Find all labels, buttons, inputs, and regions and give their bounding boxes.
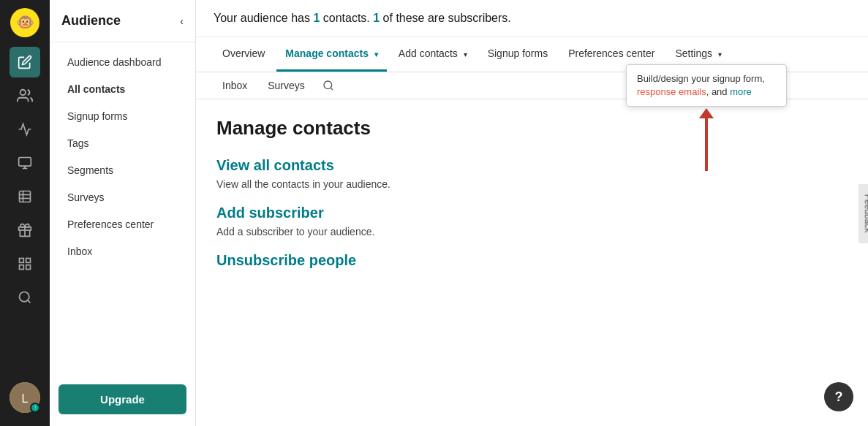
tooltip-text-before: Build/design your signup form, <box>637 73 765 84</box>
audience-header: Your audience has 1 contacts. 1 of these… <box>196 0 868 37</box>
svg-rect-6 <box>20 191 31 202</box>
sub-nav-surveys[interactable]: Surveys <box>259 72 314 99</box>
sub-nav-search-button[interactable] <box>317 74 340 97</box>
svg-rect-14 <box>26 265 31 270</box>
svg-rect-15 <box>20 265 24 270</box>
tooltip-arrow-head <box>699 108 714 118</box>
left-nav-collapse-chevron[interactable]: ‹ <box>180 15 184 27</box>
sidebar-item-signup-forms[interactable]: Signup forms <box>56 103 189 129</box>
audience-contacts-count: 1 <box>313 12 320 24</box>
sidebar-item-preferences-center[interactable]: Preferences center <box>56 211 189 237</box>
svg-line-17 <box>28 300 31 303</box>
left-nav-title: Audience <box>61 13 121 28</box>
manage-contacts-chevron: ▾ <box>374 50 378 58</box>
tooltip-text-link: more <box>730 86 752 97</box>
feedback-tab[interactable]: Feedback <box>858 183 868 243</box>
nav-icon-gift[interactable] <box>10 215 40 246</box>
help-button[interactable]: ? <box>824 382 853 411</box>
audience-suffix: of these are subscribers. <box>380 12 511 24</box>
section-desc-add-subscriber: Add a subscriber to your audience. <box>216 226 848 237</box>
tooltip-container: Build/design your signup form, response … <box>626 64 787 171</box>
svg-rect-13 <box>26 259 31 263</box>
svg-text:L: L <box>22 392 29 405</box>
nav-icon-people[interactable] <box>10 148 40 178</box>
svg-rect-12 <box>20 259 24 263</box>
svg-point-20 <box>324 81 332 89</box>
settings-chevron: ▾ <box>718 50 722 58</box>
main-content: Your audience has 1 contacts. 1 of these… <box>196 0 868 426</box>
logo-icon[interactable]: 🐵 <box>10 7 40 38</box>
left-nav-header: Audience ‹ <box>50 0 195 42</box>
audience-prefix: Your audience has <box>214 12 313 24</box>
svg-text:🐵: 🐵 <box>16 13 34 31</box>
svg-point-16 <box>20 292 29 302</box>
icon-sidebar: 🐵 <box>0 0 50 426</box>
nav-icon-search[interactable] <box>10 282 40 313</box>
tab-overview[interactable]: Overview <box>214 37 273 72</box>
section-link-unsubscribe-people[interactable]: Unsubscribe people <box>216 252 848 269</box>
audience-subscribers-count: 1 <box>373 12 380 24</box>
tab-add-contacts[interactable]: Add contacts ▾ <box>390 37 476 72</box>
left-nav-items: Audience dashboard All contacts Signup f… <box>50 42 195 376</box>
svg-point-2 <box>20 90 26 95</box>
tab-signup-forms[interactable]: Signup forms <box>479 37 556 72</box>
svg-rect-3 <box>19 158 31 167</box>
section-link-add-subscriber[interactable]: Add subscriber <box>216 205 848 221</box>
sidebar-item-inbox[interactable]: Inbox <box>56 238 189 265</box>
sidebar-item-segments[interactable]: Segments <box>56 157 189 183</box>
sub-nav-inbox[interactable]: Inbox <box>214 72 256 99</box>
nav-icon-grid[interactable] <box>10 248 40 279</box>
left-nav-panel: Audience ‹ Audience dashboard All contac… <box>50 0 196 426</box>
section-desc-view-all-contacts: View all the contacts in your audience. <box>216 178 848 190</box>
sidebar-item-all-contacts[interactable]: All contacts <box>56 76 189 102</box>
sidebar-item-surveys[interactable]: Surveys <box>56 184 189 210</box>
nav-icon-table[interactable] <box>10 181 40 212</box>
user-avatar[interactable]: L <box>10 382 40 413</box>
nav-icon-chart[interactable] <box>10 114 40 145</box>
nav-icon-audience[interactable] <box>10 80 40 111</box>
svg-line-21 <box>331 88 333 90</box>
tooltip-arrow-stem <box>705 118 708 171</box>
upgrade-button[interactable]: Upgrade <box>59 384 186 414</box>
nav-icon-pencil[interactable] <box>10 47 40 77</box>
add-contacts-chevron: ▾ <box>464 50 467 58</box>
avatar-upload-badge <box>30 403 40 413</box>
tooltip-text-red: response emails <box>637 86 706 97</box>
sidebar-item-tags[interactable]: Tags <box>56 130 189 156</box>
tab-manage-contacts[interactable]: Manage contacts ▾ <box>276 37 386 72</box>
audience-middle: contacts. <box>320 12 373 24</box>
sidebar-item-audience-dashboard[interactable]: Audience dashboard <box>56 49 189 75</box>
tooltip-text-after: , and <box>706 86 731 97</box>
tooltip-box: Build/design your signup form, response … <box>626 64 787 107</box>
